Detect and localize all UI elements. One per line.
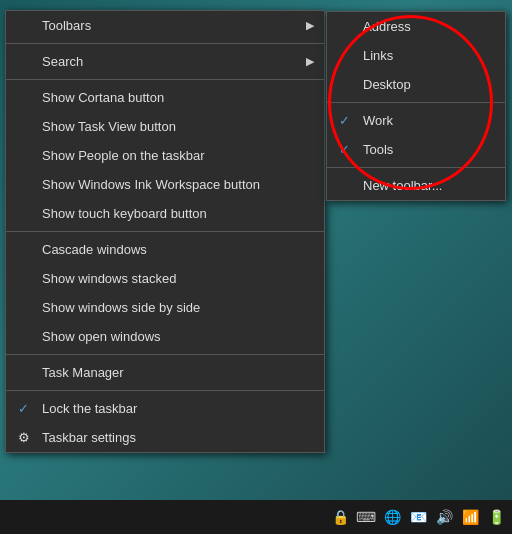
submenu-item-new-toolbar[interactable]: New toolbar... (327, 171, 505, 200)
menu-label-taskbar-settings: Taskbar settings (42, 430, 136, 445)
arrow-icon-search: ▶ (306, 55, 314, 68)
submenu-item-tools[interactable]: ✓ Tools (327, 135, 505, 164)
submenu-divider2 (327, 167, 505, 168)
submenu-item-address[interactable]: Address (327, 12, 505, 41)
menu-item-cascade[interactable]: Cascade windows (6, 235, 324, 264)
menu-item-toolbars[interactable]: Toolbars ▶ (6, 11, 324, 40)
menu-label-task-manager: Task Manager (42, 365, 124, 380)
divider4 (6, 354, 324, 355)
menu-item-taskview[interactable]: Show Task View button (6, 112, 324, 141)
submenu-label-address: Address (363, 19, 411, 34)
taskbar-icon-volume[interactable]: 🔊 (432, 505, 456, 529)
menu-item-cortana[interactable]: Show Cortana button (6, 83, 324, 112)
divider3 (6, 231, 324, 232)
menu-item-lock-taskbar[interactable]: ✓ Lock the taskbar (6, 394, 324, 423)
gear-icon: ⚙ (18, 430, 30, 445)
taskbar-icon-security[interactable]: 🔒 (328, 505, 352, 529)
menu-item-side-by-side[interactable]: Show windows side by side (6, 293, 324, 322)
menu-label-lock-taskbar: Lock the taskbar (42, 401, 137, 416)
submenu-label-new-toolbar: New toolbar... (363, 178, 443, 193)
check-icon-lock: ✓ (18, 401, 29, 416)
divider5 (6, 390, 324, 391)
submenu-divider1 (327, 102, 505, 103)
submenu-label-tools: Tools (363, 142, 393, 157)
submenu-label-desktop: Desktop (363, 77, 411, 92)
taskbar: 🔒 ⌨ 🌐 📧 🔊 📶 🔋 (0, 500, 512, 534)
menu-item-search[interactable]: Search ▶ (6, 47, 324, 76)
taskbar-icon-keyboard[interactable]: ⌨ (354, 505, 378, 529)
menu-item-taskbar-settings[interactable]: ⚙ Taskbar settings (6, 423, 324, 452)
arrow-icon: ▶ (306, 19, 314, 32)
menu-label-touch: Show touch keyboard button (42, 206, 207, 221)
submenu-item-work[interactable]: ✓ Work (327, 106, 505, 135)
context-menu: Toolbars ▶ Search ▶ Show Cortana button … (5, 10, 325, 453)
menu-item-ink[interactable]: Show Windows Ink Workspace button (6, 170, 324, 199)
menu-label-ink: Show Windows Ink Workspace button (42, 177, 260, 192)
check-icon-work: ✓ (339, 113, 350, 128)
submenu-item-links[interactable]: Links (327, 41, 505, 70)
menu-label-stacked: Show windows stacked (42, 271, 176, 286)
submenu-label-links: Links (363, 48, 393, 63)
taskbar-icon-wifi[interactable]: 📶 (458, 505, 482, 529)
toolbars-submenu: Address Links Desktop ✓ Work ✓ Tools New… (326, 11, 506, 201)
menu-label-side-by-side: Show windows side by side (42, 300, 200, 315)
menu-label-taskview: Show Task View button (42, 119, 176, 134)
menu-item-task-manager[interactable]: Task Manager (6, 358, 324, 387)
menu-label-toolbars: Toolbars (42, 18, 91, 33)
check-icon-tools: ✓ (339, 142, 350, 157)
menu-item-touch[interactable]: Show touch keyboard button (6, 199, 324, 228)
menu-item-stacked[interactable]: Show windows stacked (6, 264, 324, 293)
taskbar-icon-mail[interactable]: 📧 (406, 505, 430, 529)
submenu-item-desktop[interactable]: Desktop (327, 70, 505, 99)
menu-item-people[interactable]: Show People on the taskbar (6, 141, 324, 170)
divider2 (6, 79, 324, 80)
taskbar-icon-network[interactable]: 🌐 (380, 505, 404, 529)
menu-label-open-windows: Show open windows (42, 329, 161, 344)
menu-label-cortana: Show Cortana button (42, 90, 164, 105)
menu-label-people: Show People on the taskbar (42, 148, 205, 163)
taskbar-icon-battery[interactable]: 🔋 (484, 505, 508, 529)
divider (6, 43, 324, 44)
menu-label-search: Search (42, 54, 83, 69)
submenu-label-work: Work (363, 113, 393, 128)
menu-item-open-windows[interactable]: Show open windows (6, 322, 324, 351)
menu-label-cascade: Cascade windows (42, 242, 147, 257)
